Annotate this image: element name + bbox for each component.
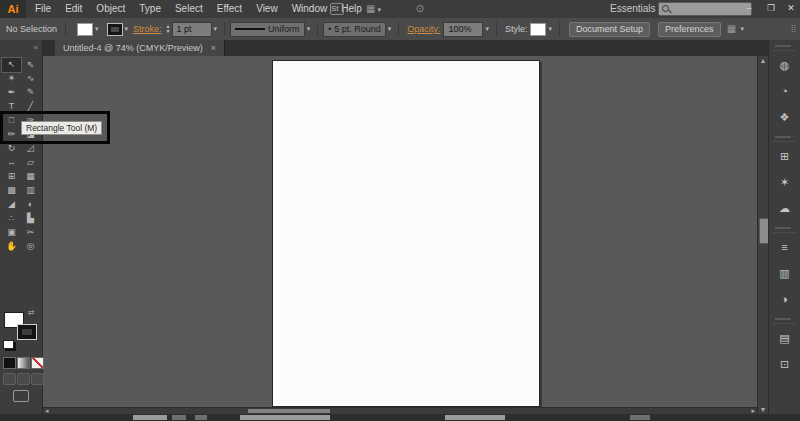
artboard-navigation-control[interactable] xyxy=(240,415,330,420)
column-graph-tool[interactable]: ▙ xyxy=(21,212,40,226)
minimize-button[interactable]: – xyxy=(740,0,758,16)
status-control[interactable] xyxy=(630,415,650,420)
direct-selection-tool[interactable]: ⇖ xyxy=(21,58,40,72)
perspective-grid-tool[interactable]: ▦ xyxy=(21,170,40,184)
document-tab[interactable]: Untitled-4 @ 74% (CMYK/Preview) × xyxy=(55,40,225,56)
stroke-color-swatch[interactable] xyxy=(107,23,123,36)
fill-color-swatch[interactable] xyxy=(77,23,93,36)
chevron-down-icon[interactable]: ▾ xyxy=(548,25,552,33)
symbol-sprayer-tool[interactable]: ∴ xyxy=(2,212,21,226)
stroke-weight-field[interactable]: 1 pt xyxy=(172,22,212,37)
selection-tool[interactable]: ↖ xyxy=(2,58,21,72)
draw-behind-button[interactable] xyxy=(17,373,30,385)
canvas-area[interactable] xyxy=(44,56,757,407)
gradient-tool[interactable]: ▥ xyxy=(21,184,40,198)
stroke-panel-link[interactable]: Stroke: xyxy=(133,24,162,34)
none-mode-button[interactable] xyxy=(31,357,44,369)
stepper-down-icon[interactable]: ▾ xyxy=(167,29,170,34)
status-control[interactable] xyxy=(172,415,186,420)
vertical-scrollbar[interactable]: ▲ ▼ xyxy=(757,56,768,414)
menu-edit[interactable]: Edit xyxy=(58,0,89,18)
preferences-button[interactable]: Preferences xyxy=(658,22,721,37)
stroke-weight-stepper[interactable]: ▴▾ xyxy=(167,24,170,34)
gradient-icon[interactable]: ▥ xyxy=(769,261,800,287)
default-fill-stroke-icon[interactable] xyxy=(3,340,14,349)
pattern-options-icon[interactable]: ❖ xyxy=(769,105,800,131)
type-tool[interactable]: T xyxy=(2,100,21,114)
draw-inside-button[interactable] xyxy=(31,373,44,385)
arrange-documents-icon[interactable]: ▦▾ xyxy=(366,1,382,18)
eyedropper-tool[interactable]: ◢ xyxy=(2,198,21,212)
horizontal-scrollbar[interactable]: ◂ ▸ xyxy=(43,407,757,414)
adobe-stock-icon[interactable]: St xyxy=(330,3,344,15)
chevron-down-icon[interactable]: ▾ xyxy=(307,25,311,33)
scale-tool[interactable]: ◿ xyxy=(21,142,40,156)
search-input[interactable] xyxy=(658,2,752,16)
mesh-tool[interactable]: ▩ xyxy=(2,184,21,198)
width-tool[interactable]: ↔ xyxy=(2,156,21,170)
chevron-down-icon[interactable]: ▾ xyxy=(214,25,218,33)
pencil-tool[interactable]: ✏ xyxy=(2,128,21,142)
draw-normal-button[interactable] xyxy=(3,373,16,385)
chevron-down-icon[interactable]: ▾ xyxy=(485,25,489,33)
stroke-icon[interactable]: ≡ xyxy=(769,235,800,261)
menu-view[interactable]: View xyxy=(249,0,285,18)
stroke-swatch[interactable] xyxy=(17,324,37,340)
style-swatch[interactable] xyxy=(530,23,546,36)
curvature-tool[interactable]: ✎ xyxy=(21,86,40,100)
lasso-tool[interactable]: ∿ xyxy=(21,72,40,86)
layers-icon[interactable]: ▤ xyxy=(769,326,800,352)
artboard-tool[interactable]: ▣ xyxy=(2,226,21,240)
close-button[interactable]: ✕ xyxy=(782,0,800,16)
scroll-down-icon[interactable]: ▼ xyxy=(758,406,768,413)
free-transform-tool[interactable]: ▱ xyxy=(21,156,40,170)
libraries-icon[interactable]: ☁ xyxy=(769,196,800,222)
swap-fill-stroke-icon[interactable]: ⇄ xyxy=(28,308,35,317)
tab-close-icon[interactable]: × xyxy=(211,43,216,53)
scroll-up-icon[interactable]: ▲ xyxy=(758,57,768,64)
horizontal-scroll-thumb[interactable] xyxy=(248,409,330,413)
pen-tool[interactable]: ✒ xyxy=(2,86,21,100)
status-control[interactable] xyxy=(445,415,505,420)
chevron-down-icon[interactable]: ▾ xyxy=(125,25,129,33)
menu-type[interactable]: Type xyxy=(132,0,168,18)
menu-select[interactable]: Select xyxy=(168,0,210,18)
shape-builder-tool[interactable]: ⊞ xyxy=(2,170,21,184)
slice-tool[interactable]: ✂ xyxy=(21,226,40,240)
chevron-down-icon[interactable]: ▾ xyxy=(741,25,745,33)
artboard[interactable] xyxy=(272,60,540,407)
share-icon[interactable]: ⊙ xyxy=(412,1,428,17)
color-mode-button[interactable] xyxy=(3,357,16,369)
opacity-field[interactable]: 100% xyxy=(443,22,483,37)
zoom-tool[interactable]: ◎ xyxy=(21,240,40,254)
brush-definition-dropdown[interactable]: •5 pt. Round xyxy=(323,22,386,37)
transparency-icon[interactable]: ◑ xyxy=(769,287,800,313)
chevron-down-icon[interactable]: ▾ xyxy=(388,25,392,33)
rectangle-tool[interactable]: □ xyxy=(2,114,21,128)
line-segment-tool[interactable]: ╱ xyxy=(21,100,40,114)
opacity-panel-link[interactable]: Opacity: xyxy=(407,24,440,34)
rotate-tool[interactable]: ↻ xyxy=(2,142,21,156)
menu-object[interactable]: Object xyxy=(89,0,132,18)
menu-file[interactable]: File xyxy=(28,0,58,18)
status-control[interactable] xyxy=(195,415,207,420)
color-icon[interactable]: ◍ xyxy=(769,53,800,79)
menu-window[interactable]: Window xyxy=(285,0,335,18)
variable-width-profile-dropdown[interactable]: Uniform xyxy=(230,22,305,37)
chevron-down-icon[interactable]: ▾ xyxy=(95,25,99,33)
restore-button[interactable]: ❐ xyxy=(762,0,780,16)
hand-tool[interactable]: ✋ xyxy=(2,240,21,254)
color-guide-icon[interactable]: ◔ xyxy=(769,79,800,105)
document-setup-button[interactable]: Document Setup xyxy=(569,22,650,37)
panel-collapse-icon[interactable]: ⁞⁞ xyxy=(791,24,796,34)
magic-wand-tool[interactable]: ✶ xyxy=(2,72,21,86)
bridge-icon[interactable]: ▭ xyxy=(294,1,308,17)
swatches-icon[interactable]: ⊞ xyxy=(769,144,800,170)
blend-tool[interactable]: ◐ xyxy=(21,198,40,212)
screen-mode-button[interactable] xyxy=(13,390,29,402)
zoom-level-control[interactable] xyxy=(133,415,167,420)
symbols-icon[interactable]: ✶ xyxy=(769,170,800,196)
toolbar-collapse-icon[interactable]: « xyxy=(0,40,43,56)
align-options-icon[interactable]: ▦ xyxy=(725,21,739,37)
gradient-mode-button[interactable] xyxy=(17,357,30,369)
